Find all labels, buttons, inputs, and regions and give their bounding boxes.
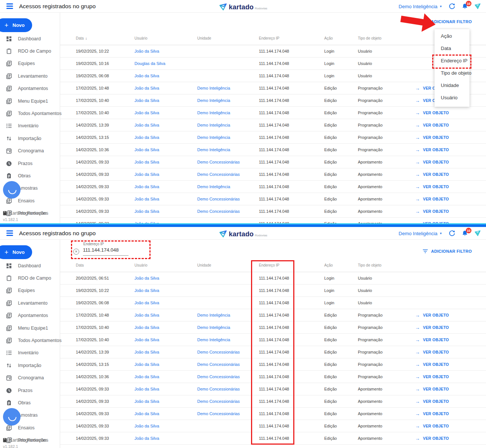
notifications-button[interactable]: 10 bbox=[462, 3, 468, 10]
sidebar-item-inventario[interactable]: Inventário bbox=[0, 347, 60, 359]
cell-user-link[interactable]: João da Silva bbox=[134, 49, 197, 53]
cell-user-link[interactable]: João da Silva bbox=[134, 350, 197, 354]
cell-user-link[interactable]: João da Silva bbox=[134, 135, 197, 140]
column-header-unidade[interactable]: Unidade bbox=[197, 263, 259, 267]
cell-user-link[interactable]: Douglas da Silva bbox=[134, 61, 197, 66]
new-button[interactable]: + Novo bbox=[0, 245, 32, 259]
chat-widget-icon[interactable] bbox=[3, 408, 21, 426]
cell-user-link[interactable]: João da Silva bbox=[134, 313, 197, 317]
cell-user-link[interactable]: João da Silva bbox=[134, 160, 197, 164]
sidebar-item-rdo-de-campo[interactable]: RDO de Campo bbox=[0, 45, 60, 57]
cell-user-link[interactable]: João da Silva bbox=[134, 123, 197, 127]
send-button[interactable] bbox=[474, 3, 481, 9]
cell-user-link[interactable]: João da Silva bbox=[134, 362, 197, 367]
notifications-button[interactable]: 10 bbox=[462, 230, 468, 237]
chat-widget-icon[interactable] bbox=[3, 181, 21, 199]
sidebar-item-levantamento[interactable]: Levantamento bbox=[0, 70, 60, 82]
ver-objeto-link[interactable]: → VER OBJETO bbox=[415, 374, 486, 380]
cell-unit-link[interactable]: Demo Inteligência bbox=[197, 123, 259, 127]
sidebar-item-dashboard[interactable]: Dashboard bbox=[0, 259, 60, 272]
cell-unit-link[interactable]: Demo Inteligência bbox=[197, 86, 259, 90]
new-button[interactable]: + Novo bbox=[0, 18, 32, 32]
sidebar-item-cronograma[interactable]: Cronograma bbox=[0, 145, 60, 157]
cell-unit-link[interactable]: Demo Inteligência bbox=[197, 98, 259, 103]
cell-user-link[interactable]: João da Silva bbox=[134, 172, 197, 177]
column-header-usuario[interactable]: Usuário bbox=[134, 36, 197, 40]
cell-unit-link[interactable]: Demo Inteligência bbox=[197, 135, 259, 140]
ver-objeto-link[interactable]: → VER OBJETO bbox=[415, 159, 486, 165]
sidebar-item-obras[interactable]: Obras bbox=[0, 396, 60, 409]
column-header-unidade[interactable]: Unidade bbox=[197, 36, 259, 40]
sidebar-item-cronograma[interactable]: Cronograma bbox=[0, 372, 60, 384]
cell-unit-link[interactable]: Demo Concessionárias bbox=[197, 399, 259, 404]
cell-unit-link[interactable]: Demo Inteligência bbox=[197, 313, 259, 317]
cell-user-link[interactable]: João da Silva bbox=[134, 411, 197, 416]
cell-user-link[interactable]: João da Silva bbox=[134, 276, 197, 280]
column-header-acao[interactable]: Ação bbox=[324, 36, 358, 40]
cell-user-link[interactable]: João da Silva bbox=[134, 221, 197, 223]
sidebar-item-apontamentos[interactable]: Apontamentos bbox=[0, 83, 60, 95]
cell-user-link[interactable]: João da Silva bbox=[134, 147, 197, 152]
column-header-endereco-ip[interactable]: Endereço IP bbox=[259, 36, 324, 40]
ver-objeto-link[interactable]: → VER OBJETO bbox=[415, 349, 486, 355]
refresh-button[interactable] bbox=[449, 230, 455, 237]
sidebar-item-apontamentos[interactable]: Apontamentos bbox=[0, 309, 60, 322]
cell-unit-link[interactable]: Demo Concessionárias bbox=[197, 197, 259, 201]
ver-objeto-link[interactable]: → VER OBJETO bbox=[415, 337, 486, 343]
sidebar-item-equipes[interactable]: Equipes bbox=[0, 57, 60, 70]
filter-menu-item[interactable]: Data bbox=[434, 42, 470, 55]
account-menu[interactable]: Demo Inteligência ▼ bbox=[399, 231, 442, 236]
column-header-data[interactable]: Data bbox=[76, 263, 134, 267]
cell-user-link[interactable]: João da Silva bbox=[134, 301, 197, 305]
sidebar-item-programacoes[interactable]: Programações bbox=[0, 207, 60, 219]
filter-menu-item[interactable]: Unidade bbox=[434, 79, 470, 91]
ver-objeto-link[interactable]: → VER OBJETO bbox=[415, 362, 486, 367]
sidebar-item-levantamento[interactable]: Levantamento bbox=[0, 297, 60, 309]
cell-user-link[interactable]: João da Silva bbox=[134, 337, 197, 342]
ver-objeto-link[interactable]: → VER OBJETO bbox=[415, 135, 486, 140]
cell-user-link[interactable]: João da Silva bbox=[134, 74, 197, 78]
add-filter-button[interactable]: ADICIONAR FILTRO bbox=[422, 249, 472, 253]
cell-unit-link[interactable]: Demo Concessionárias bbox=[197, 387, 259, 391]
sidebar-item-programacoes[interactable]: Programações bbox=[0, 434, 60, 446]
ver-objeto-link[interactable]: → VER OBJETO bbox=[415, 209, 486, 214]
sidebar-item-todos-apontamentos[interactable]: Todos Apontamentos bbox=[0, 107, 60, 119]
cell-user-link[interactable]: João da Silva bbox=[134, 387, 197, 391]
cell-unit-link[interactable]: Demo Concessionárias bbox=[197, 160, 259, 164]
ver-objeto-link[interactable]: → VER OBJETO bbox=[415, 411, 486, 417]
cell-user-link[interactable]: João da Silva bbox=[134, 436, 197, 441]
cell-user-link[interactable]: João da Silva bbox=[134, 98, 197, 103]
cell-user-link[interactable]: João da Silva bbox=[134, 424, 197, 428]
filter-chip-value[interactable]: 111.144.174.048 bbox=[83, 247, 129, 256]
filter-menu-item[interactable]: Tipo de objeto bbox=[434, 67, 470, 79]
cell-user-link[interactable]: João da Silva bbox=[134, 86, 197, 90]
ver-objeto-link[interactable]: → VER OBJETO bbox=[415, 386, 486, 392]
cell-user-link[interactable]: João da Silva bbox=[134, 288, 197, 293]
ver-objeto-link[interactable]: → VER OBJETO bbox=[415, 172, 486, 177]
column-header-tipo-de-objeto[interactable]: Tipo de objeto bbox=[358, 36, 415, 40]
filter-menu-item[interactable]: Usuário bbox=[434, 91, 470, 104]
filter-menu-item[interactable]: Ação bbox=[434, 30, 470, 42]
sidebar-item-equipes[interactable]: Equipes bbox=[0, 284, 60, 297]
cell-user-link[interactable]: João da Silva bbox=[134, 374, 197, 379]
cell-unit-link[interactable]: Demo Inteligência bbox=[197, 147, 259, 152]
clear-filter-icon[interactable]: ✕ bbox=[73, 249, 79, 255]
filter-menu-item[interactable]: Endereço IP bbox=[434, 55, 470, 67]
ver-objeto-link[interactable]: → VER OBJETO bbox=[415, 312, 486, 318]
sidebar-item-dashboard[interactable]: Dashboard bbox=[0, 32, 60, 45]
ver-objeto-link[interactable]: → VER OBJETO bbox=[415, 184, 486, 190]
cell-user-link[interactable]: João da Silva bbox=[134, 197, 197, 201]
ver-objeto-link[interactable]: → VER OBJETO bbox=[415, 423, 486, 429]
cell-user-link[interactable]: João da Silva bbox=[134, 209, 197, 214]
sidebar-item-menu-equipe1[interactable]: Menu Equipe1 bbox=[0, 322, 60, 334]
cell-unit-link[interactable]: Demo Inteligência bbox=[197, 111, 259, 115]
send-button[interactable] bbox=[474, 230, 481, 236]
cell-unit-link[interactable]: Demo Concessionárias bbox=[197, 362, 259, 367]
ver-objeto-link[interactable]: → VER OBJETO bbox=[415, 122, 486, 128]
sidebar-item-todos-apontamentos[interactable]: Todos Apontamentos bbox=[0, 334, 60, 346]
cell-unit-link[interactable]: Demo Concessionárias bbox=[197, 374, 259, 379]
ver-objeto-link[interactable]: → VER OBJETO bbox=[415, 196, 486, 202]
sidebar-item-inventario[interactable]: Inventário bbox=[0, 120, 60, 132]
column-header-data[interactable]: Data↓ bbox=[76, 36, 134, 40]
cell-unit-link[interactable]: Demo Inteligência bbox=[197, 325, 259, 330]
